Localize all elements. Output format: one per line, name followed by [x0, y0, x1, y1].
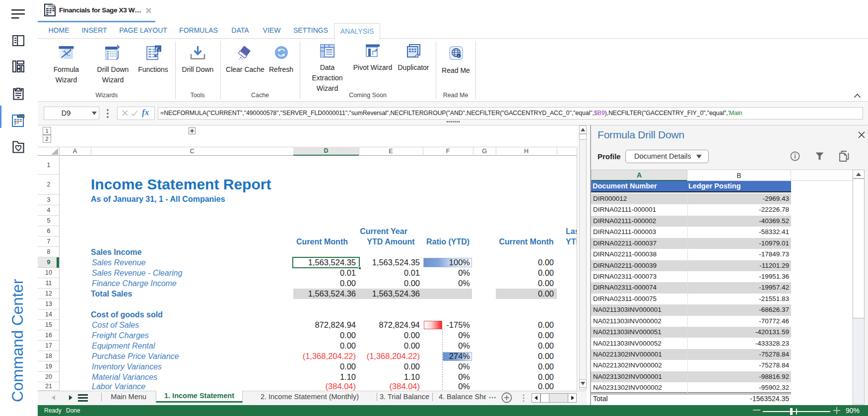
svg-text:PREVIEW: PREVIEW — [49, 5, 55, 7]
svg-text:PREVIEW: PREVIEW — [17, 116, 25, 118]
svg-text:i: i — [458, 54, 459, 58]
